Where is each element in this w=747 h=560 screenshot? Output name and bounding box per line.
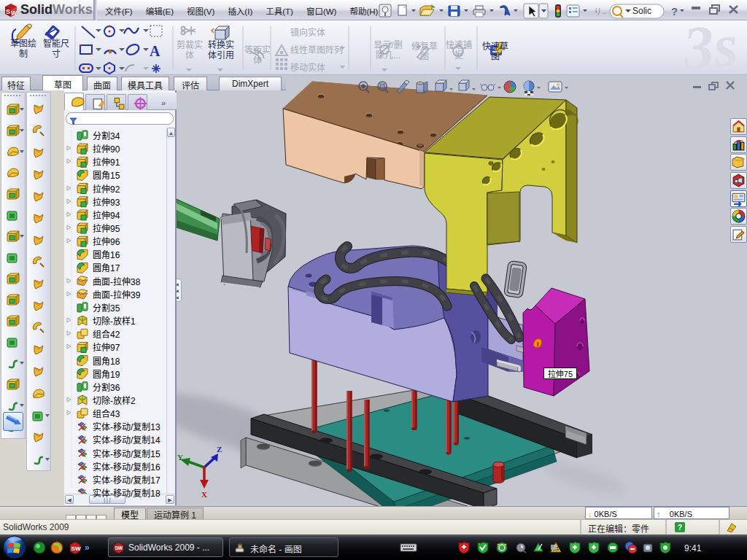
svg-text:S: S <box>6 8 10 15</box>
svg-text:W: W <box>11 9 18 17</box>
svg-text:Y: Y <box>177 453 183 462</box>
svg-text:»: » <box>85 542 90 553</box>
svg-text:X: X <box>201 490 207 499</box>
svg-text:SW: SW <box>115 545 123 551</box>
svg-text:9:41: 9:41 <box>684 543 702 553</box>
svg-text:り..: り.. <box>594 7 606 15</box>
svg-text:SW: SW <box>71 545 81 552</box>
svg-text:?: ? <box>671 5 678 18</box>
svg-text:A: A <box>150 43 160 59</box>
svg-text:Solic: Solic <box>632 6 651 16</box>
svg-text:3s: 3s <box>680 20 740 75</box>
svg-text:Z: Z <box>217 445 222 454</box>
